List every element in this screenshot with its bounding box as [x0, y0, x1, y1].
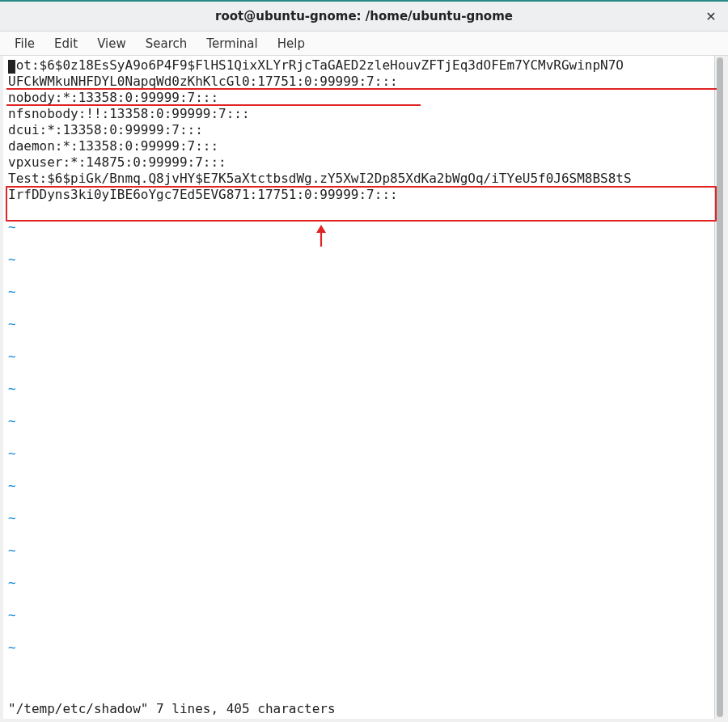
menu-search[interactable]: Search	[136, 33, 197, 54]
vim-tilde: ~	[8, 445, 16, 461]
terminal-output[interactable]: oot:$6$0z18EsSyA9o6P4F9$FlHS1QixXLYrRjcT…	[3, 56, 714, 719]
scrollbar-vertical[interactable]	[714, 56, 725, 719]
vim-tilde: ~	[8, 640, 16, 655]
line-root-a: oot:$6$0z18EsSyA9o6P4F9$FlHS1QixXLYrRjcT…	[8, 57, 624, 73]
menu-terminal[interactable]: Terminal	[197, 33, 267, 54]
terminal-window: root@ubuntu-gnome: /home/ubuntu-gnome ✕ …	[0, 0, 728, 722]
menu-edit[interactable]: Edit	[44, 33, 87, 54]
scrollbar-thumb[interactable]	[717, 57, 723, 717]
menu-help[interactable]: Help	[268, 33, 315, 54]
line-nobody: nobody:*:13358:0:99999:7:::	[8, 90, 218, 105]
line-daemon: daemon:*:13358:0:99999:7:::	[8, 138, 218, 154]
vim-tilde: ~	[8, 316, 16, 331]
titlebar[interactable]: root@ubuntu-gnome: /home/ubuntu-gnome ✕	[0, 2, 728, 32]
vim-tilde: ~	[8, 607, 16, 623]
line-root-b: UFCkWMkuNHFDYL0NapqWd0zKhKlcGl0:17751:0:…	[8, 74, 398, 89]
vim-tilde: ~	[8, 348, 16, 364]
close-icon[interactable]: ✕	[704, 9, 718, 23]
line-nfsnobody: nfsnobody:!!:13358:0:99999:7:::	[8, 106, 250, 121]
vim-tilde: ~	[8, 543, 16, 558]
vim-tilde: ~	[8, 381, 16, 396]
vim-tilde: ~	[8, 575, 16, 590]
vim-status-line: "/temp/etc/shadow" 7 lines, 405 characte…	[8, 701, 336, 717]
menubar: File Edit View Search Terminal Help	[0, 32, 728, 56]
terminal-container: oot:$6$0z18EsSyA9o6P4F9$FlHS1QixXLYrRjcT…	[0, 56, 728, 722]
menu-view[interactable]: View	[87, 33, 136, 54]
menu-file[interactable]: File	[5, 33, 44, 54]
vim-tilde: ~	[8, 478, 16, 493]
vim-tilde: ~	[8, 413, 16, 429]
vim-tilde: ~	[8, 251, 16, 267]
vim-tilde: ~	[8, 510, 16, 526]
window-title: root@ubuntu-gnome: /home/ubuntu-gnome	[215, 9, 513, 23]
line-test-b: IrfDDyns3ki0yIBE6oYgc7Ed5EVG871:17751:0:…	[8, 187, 398, 202]
vim-tilde: ~	[8, 219, 16, 234]
text-cursor	[8, 60, 15, 74]
line-vpxuser: vpxuser:*:14875:0:99999:7:::	[8, 154, 226, 170]
vim-tilde: ~	[8, 284, 16, 299]
line-test-a: Test:$6$piGk/Bnmq.Q8jvHY$E7K5aXtctbsdWg.…	[8, 171, 632, 186]
line-dcui: dcui:*:13358:0:99999:7:::	[8, 122, 203, 137]
